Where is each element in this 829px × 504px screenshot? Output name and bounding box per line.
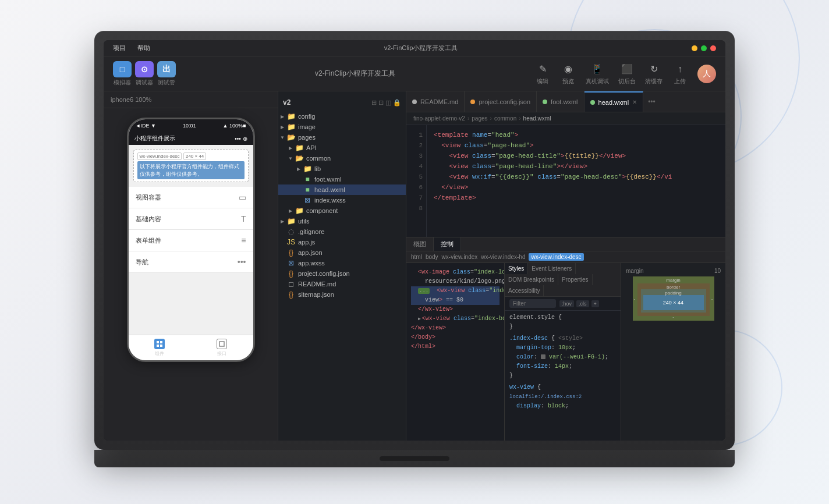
filter-tag-hov[interactable]: :hov xyxy=(559,300,574,307)
arrow-api: ▶ xyxy=(286,145,295,151)
maximize-button[interactable] xyxy=(701,45,707,51)
tree-folder-component[interactable]: ▶ 📁 component xyxy=(278,205,406,216)
arrow-component: ▶ xyxy=(286,208,295,214)
edit-button[interactable]: ✎ 编辑 xyxy=(534,62,551,86)
code-content[interactable]: <template name="head"> <view class="page… xyxy=(427,125,725,237)
tree-file-head-wxml[interactable]: ■ head.wxml xyxy=(278,184,406,195)
html-line-7: </wx-view> xyxy=(411,324,499,333)
tree-label-app-wxss: app.wxss xyxy=(298,260,325,267)
inspector-tabs: 概图 控制 xyxy=(406,237,725,251)
phone-titlebar: 小程序组件展示 ••• ⊕ xyxy=(129,132,253,145)
html-bc-body[interactable]: body xyxy=(426,254,438,260)
tree-file-sitemap[interactable]: {} sitemap.json xyxy=(278,289,406,300)
clear-cache-button[interactable]: ↻ 清缓存 xyxy=(645,62,663,86)
file-icon-project-config: {} xyxy=(286,269,296,278)
breadcrumb-item-1: pages xyxy=(472,115,487,122)
html-view[interactable]: <wx-image class="index-logo" src="../res… xyxy=(406,263,504,441)
tree-folder-lib[interactable]: ▶ 📁 lib xyxy=(278,164,406,174)
tree-file-gitignore[interactable]: ◌ .gitignore xyxy=(278,226,406,237)
background-button[interactable]: ⬛ 切后台 xyxy=(618,62,636,86)
tree-folder-utils[interactable]: ▶ 📁 utils xyxy=(278,216,406,226)
upload-button[interactable]: ↑ 上传 xyxy=(672,62,688,86)
test-button[interactable]: 出 测试管 xyxy=(157,61,176,87)
tree-folder-api[interactable]: ▶ 📁 API xyxy=(278,143,406,153)
tab-more[interactable]: ••• xyxy=(643,91,660,112)
tree-file-app-wxss[interactable]: ⊠ app.wxss xyxy=(278,258,406,268)
html-bc-html[interactable]: html xyxy=(411,254,422,260)
tree-file-app-json[interactable]: {} app.json xyxy=(278,247,406,258)
phone-more-icon[interactable]: ••• ⊕ xyxy=(235,136,247,142)
menu-item-basic-content[interactable]: 基础内容 T xyxy=(129,208,253,230)
tree-folder-image[interactable]: ▶ 📁 image xyxy=(278,122,406,132)
tree-file-readme[interactable]: ◻ README.md xyxy=(278,279,406,289)
simulator-button[interactable]: □ 模拟器 xyxy=(113,61,132,87)
menu-help[interactable]: 帮助 xyxy=(137,44,150,52)
tab-close-head[interactable]: ✕ xyxy=(632,99,637,105)
phone-container: ◄IDE ▼ 10:01 ▲ 100%■ 小程序组件展示 ••• ⊕ xyxy=(104,108,278,441)
menu-item-icon-view: ▭ xyxy=(239,193,246,202)
style-tab-dom[interactable]: DOM Breakpoints xyxy=(505,274,558,285)
close-button[interactable] xyxy=(710,45,716,51)
style-tab-accessibility[interactable]: Accessibility xyxy=(505,285,544,296)
menu-item-view-container[interactable]: 视图容器 ▭ xyxy=(129,187,253,208)
file-icon-foot-wxml: ■ xyxy=(303,175,312,183)
tree-folder-pages[interactable]: ▼ 📂 pages xyxy=(278,132,406,143)
menu-item-form[interactable]: 表单组件 ≡ xyxy=(129,230,253,251)
menubar: 项目 帮助 v2-FinClip小程序开发工具 xyxy=(104,40,725,56)
nav-icon-component xyxy=(154,339,165,349)
tab-foot-wxml[interactable]: foot.wxml xyxy=(537,91,584,112)
debugger-button[interactable]: ⊙ 调试器 xyxy=(135,61,154,87)
upload-label: 上传 xyxy=(674,77,686,86)
html-line-4: view> == $0 xyxy=(411,296,499,305)
svg-rect-3 xyxy=(160,345,162,347)
tree-folder-config[interactable]: ▶ 📁 config xyxy=(278,111,406,122)
inspector-tab-graph[interactable]: 概图 xyxy=(406,237,434,251)
highlight-box: wx-view.index-desc 240 × 44 以下将展示小程序官方组件… xyxy=(133,150,249,182)
preview-button[interactable]: ◉ 预览 xyxy=(560,62,576,86)
style-tab-styles[interactable]: Styles xyxy=(505,263,528,274)
menu-item-nav[interactable]: 导航 ••• xyxy=(129,251,253,273)
inspector-tab-code[interactable]: 控制 xyxy=(434,237,461,251)
filter-tag-cls[interactable]: .cls xyxy=(576,300,589,307)
nav-item-component[interactable]: 组件 xyxy=(129,339,191,357)
tree-file-app-js[interactable]: JS app.js xyxy=(278,237,406,247)
nav-label-component: 组件 xyxy=(155,350,164,357)
filter-input[interactable] xyxy=(509,299,556,308)
device-debug-button[interactable]: 📱 真机调试 xyxy=(586,62,609,86)
code-line-5: <view wx:if="{{desc}}" class="page-head-… xyxy=(434,172,718,182)
arrow-config: ▶ xyxy=(278,114,286,119)
simulator-status: iphone6 100% xyxy=(104,91,278,108)
html-bc-wx-view-index-desc[interactable]: wx-view.index-desc xyxy=(529,253,583,261)
file-icon-readme: ◻ xyxy=(286,280,296,288)
code-line-7: </template> xyxy=(434,193,718,203)
tree-file-project-config[interactable]: {} project.config.json xyxy=(278,268,406,279)
file-icon-app-json: {} xyxy=(286,249,296,257)
tree-folder-common[interactable]: ▼ 📂 common xyxy=(278,153,406,164)
breadcrumb-item-2: common xyxy=(494,115,516,122)
device-debug-icon: 📱 xyxy=(589,62,605,76)
tab-project-config[interactable]: project.config.json xyxy=(465,91,537,112)
html-bc-wx-view-index-hd[interactable]: wx-view.index-hd xyxy=(481,254,525,260)
tree-file-foot-wxml[interactable]: ■ foot.wxml xyxy=(278,174,406,184)
preview-label: 预览 xyxy=(562,77,574,86)
tab-head-wxml[interactable]: head.wxml ✕ xyxy=(584,91,644,112)
minimize-button[interactable] xyxy=(692,45,697,51)
filter-tag-add[interactable]: + xyxy=(591,300,599,307)
tab-readme[interactable]: README.md xyxy=(406,91,465,112)
tab-bar: README.md project.config.json foot.wxml xyxy=(406,91,725,112)
code-editor[interactable]: 1 2 3 4 5 6 7 8 xyxy=(406,125,725,237)
nav-item-interface[interactable]: 接口 xyxy=(191,339,253,357)
tree-file-index-wxss[interactable]: ⊠ index.wxss xyxy=(278,195,406,205)
style-tab-properties[interactable]: Properties xyxy=(558,274,593,285)
edit-label: 编辑 xyxy=(537,77,548,86)
menu-item-icon-form: ≡ xyxy=(241,236,246,245)
box-margin-bottom: - xyxy=(672,314,674,320)
laptop: 项目 帮助 v2-FinClip小程序开发工具 □ xyxy=(94,31,735,473)
user-avatar[interactable]: 人 xyxy=(697,65,716,83)
html-bc-wx-view-index[interactable]: wx-view.index xyxy=(442,254,478,260)
menu-project[interactable]: 项目 xyxy=(113,44,126,52)
background-icon: ⬛ xyxy=(619,62,635,76)
code-line-1: <template name="head"> xyxy=(434,130,718,140)
phone-bottom-nav: 组件 接口 xyxy=(129,335,253,360)
style-tab-event[interactable]: Event Listeners xyxy=(528,263,576,274)
